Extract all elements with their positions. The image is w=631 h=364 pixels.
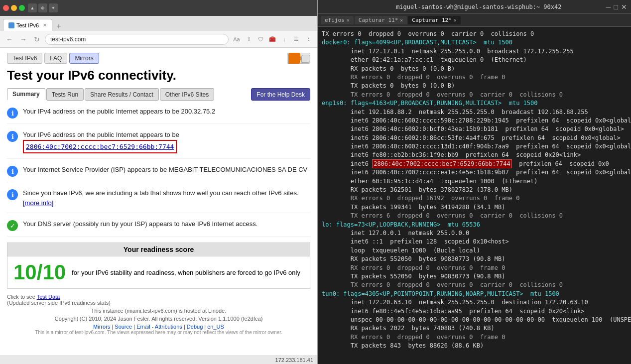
terminal-line: TX packets 843 bytes 88626 (88.6 KB) xyxy=(322,342,627,350)
minimize-window-button[interactable] xyxy=(11,5,17,11)
terminal-line: docker0: flags=4099<UP,BROADCAST,MULTICA… xyxy=(322,38,627,47)
terminal-line: RX errors 0 dropped 16192 overruns 0 fra… xyxy=(322,194,627,203)
browser-panel: ▲ ⊕ ✦ Test IPv6 ✕ + ← → ↻ A​a ⇧ 🛡 🧰 ↓ ☰ … xyxy=(0,0,318,364)
info-text-3: Your Internet Service Provider (ISP) app… xyxy=(23,165,307,175)
updated-text: (Updated server side IPv6 readiness stat… xyxy=(7,300,310,306)
list-item: ℹ Your IPv4 address on the public Intern… xyxy=(7,107,310,124)
close-window-button[interactable] xyxy=(3,5,9,11)
tab-helpdesk[interactable]: For the Help Desk xyxy=(251,88,310,101)
terminal-line: inet 127.0.0.1 netmask 255.0.0.0 xyxy=(322,229,627,238)
terminal-line: lo: flags=73<UP,LOOPBACK,RUNNING> mtu 65… xyxy=(322,221,627,229)
terminal-tab-capturar11[interactable]: Capturar 11* ✕ xyxy=(355,16,407,24)
terminal-line: inet6 2806:40c:6002:0:86cc:53fe:4a4f:675… xyxy=(322,134,627,142)
site-nav-test-ipv6[interactable]: Test IPv6 xyxy=(7,53,42,64)
terminal-line: RX packets 2022 bytes 740883 (740.8 KB) xyxy=(322,324,627,333)
terminal-maximize-button[interactable]: □ xyxy=(614,3,618,11)
test-data-link[interactable]: Test Data xyxy=(37,294,60,300)
list-item: ✓ Your DNS server (possibly run by your … xyxy=(7,219,310,237)
mirrors-link[interactable]: Mirrors xyxy=(93,324,110,330)
terminal-line: inet6 2806:40c:6002:cccc:13d1:c40f:904b:… xyxy=(322,142,627,151)
bookmark-icon[interactable]: ☰ xyxy=(291,34,301,44)
forward-button[interactable]: → xyxy=(18,34,29,44)
url-input[interactable] xyxy=(45,34,229,45)
page-content: Test IPv6 FAQ Mirrors stats Test your IP… xyxy=(0,48,317,356)
browser-tab-test-ipv6[interactable]: Test IPv6 ✕ xyxy=(3,19,52,31)
list-item: ℹ Your IPv6 address on the public Intern… xyxy=(7,130,310,159)
terminal-tab-efijos[interactable]: efijos ✕ xyxy=(321,16,354,24)
email-link[interactable]: Email xyxy=(136,324,150,330)
site-nav-mirrors[interactable]: Mirrors xyxy=(69,53,99,64)
tab-close-button[interactable]: ✕ xyxy=(43,22,47,28)
terminal-line: TX errors 0 dropped 0 overruns 0 carrier… xyxy=(322,30,627,38)
tab-tests-run[interactable]: Tests Run xyxy=(46,88,84,101)
terminal-line: unspec 00-00-00-00-00-00-00-00-00-00-00-… xyxy=(322,316,627,324)
window-controls xyxy=(3,5,25,11)
terminal-line: loop txqueuelen 1000 (Bucle local) xyxy=(322,246,627,255)
terminal-line: TX packets 552050 bytes 90830773 (90.8 M… xyxy=(322,272,627,281)
readiness-body: 10/10 for your IPv6 stability and readin… xyxy=(7,256,310,288)
terminal-line: inet 192.168.88.2 netmask 255.255.255.0 … xyxy=(322,108,627,117)
terminal-close-button[interactable]: ✕ xyxy=(621,3,627,11)
terminal-line: ether 60:18:95:1c:d4:a4 txqueuelen 1000 … xyxy=(322,177,627,186)
share-icon[interactable]: ⇧ xyxy=(244,34,253,44)
terminal-line: RX packets 0 bytes 0 (0.0 B) xyxy=(322,65,627,73)
terminal-panel: miguel-santos-wh@miguel-santos-wisphub:~… xyxy=(318,0,631,364)
info-icon-4: ℹ xyxy=(7,189,18,200)
debug-link[interactable]: Debug xyxy=(187,324,203,330)
terminal-titlebar: miguel-santos-wh@miguel-santos-wisphub:~… xyxy=(318,0,631,14)
terminal-tab-capturar12-label: Capturar 12* xyxy=(412,17,451,23)
terminal-window-buttons: ─ □ ✕ xyxy=(606,3,627,11)
terminal-tab-efijos-close[interactable]: ✕ xyxy=(347,17,350,23)
info-list: ℹ Your IPv4 address on the public Intern… xyxy=(7,107,310,237)
terminal-tab-capturar12-close[interactable]: ✕ xyxy=(454,17,457,23)
page-heading: Test your IPv6 connectivity. xyxy=(7,68,310,83)
site-nav-faq[interactable]: FAQ xyxy=(44,53,67,64)
test-data-line: Click to see Test Data xyxy=(7,294,310,300)
attributions-link[interactable]: Attributions xyxy=(155,324,182,330)
system-icons: ▲ ⊕ ✦ xyxy=(28,3,58,12)
chat-bubble-orange xyxy=(288,53,300,64)
ipv6-text-before: Your IPv6 address on the public Internet… xyxy=(23,131,179,138)
tab-summary[interactable]: Summary xyxy=(7,88,45,101)
page-footer: Click to see Test Data (Updated server s… xyxy=(7,294,310,335)
terminal-body[interactable]: TX errors 0 dropped 0 overruns 0 carrier… xyxy=(318,27,631,364)
ipv6-tab-text: Since you have IPv6, we are including a … xyxy=(23,189,299,197)
tab-share-results[interactable]: Share Results / Contact xyxy=(85,88,159,101)
browser-chrome: ▲ ⊕ ✦ xyxy=(0,0,317,16)
address-bar: ← → ↻ A​a ⇧ 🛡 🧰 ↓ ☰ ⋮ xyxy=(0,31,317,48)
tabs-row: Summary Tests Run Share Results / Contac… xyxy=(7,88,310,101)
menu-icon[interactable]: ⋮ xyxy=(303,34,313,44)
tab-other-ipv6[interactable]: Other IPv6 Sites xyxy=(160,88,214,101)
terminal-tab-capturar11-close[interactable]: ✕ xyxy=(400,17,403,23)
terminal-line: inet6 fe80::4e5f:4e5a:1dba:aa95 prefixle… xyxy=(322,307,627,316)
info-icon-check: ✓ xyxy=(7,220,18,231)
terminal-line: ether 02:42:1a:a7:ac:c1 txqueuelen 0 (Et… xyxy=(322,56,627,64)
new-tab-button[interactable]: + xyxy=(53,22,64,31)
terminal-tab-capturar11-label: Capturar 11* xyxy=(359,17,398,23)
info-text-5: Your DNS server (possibly run by your IS… xyxy=(23,219,257,229)
source-link[interactable]: Source xyxy=(115,324,132,330)
click-text: Click to see xyxy=(7,294,35,300)
terminal-line: TX errors 6 dropped 0 overruns 0 carrier… xyxy=(322,212,627,220)
terminal-line: inet6 fe80::eb2b:bc36:1f9e:bb9 prefixlen… xyxy=(322,151,627,159)
translate-icon[interactable]: A​a xyxy=(232,34,242,44)
inet6-highlighted: 2806:40c:7002:cccc:bec7:6529:66bb:7744 xyxy=(372,159,512,168)
terminal-minimize-button[interactable]: ─ xyxy=(606,3,611,11)
readiness-box: Your readiness score 10/10 for your IPv6… xyxy=(7,243,310,289)
back-button[interactable]: ← xyxy=(4,34,15,44)
more-info-link[interactable]: [more info] xyxy=(23,199,53,207)
browser-tab-bar: Test IPv6 ✕ + xyxy=(0,16,317,31)
maximize-window-button[interactable] xyxy=(19,5,25,11)
shield-icon[interactable]: 🛡 xyxy=(255,34,265,44)
locale-link[interactable]: en_US xyxy=(207,324,224,330)
bluetooth-icon: ✦ xyxy=(49,3,58,12)
terminal-line: enp1s0: flags=4163<UP,BROADCAST,RUNNING,… xyxy=(322,99,627,108)
terminal-line: TX packets 199341 bytes 34194288 (34.1 M… xyxy=(322,203,627,212)
extensions-icon[interactable]: 🧰 xyxy=(267,34,277,44)
terminal-tab-capturar12[interactable]: Capturar 12* ✕ xyxy=(408,16,461,24)
readiness-description: for your IPv6 stability and readiness, w… xyxy=(72,269,300,276)
reload-button[interactable]: ↻ xyxy=(32,34,42,44)
download-icon[interactable]: ↓ xyxy=(279,34,289,44)
status-bar: 172.233.181.41 xyxy=(0,356,317,364)
terminal-line: inet6 2806:40c:7002:cccc:ea1e:4e5e:1b18:… xyxy=(322,168,627,177)
